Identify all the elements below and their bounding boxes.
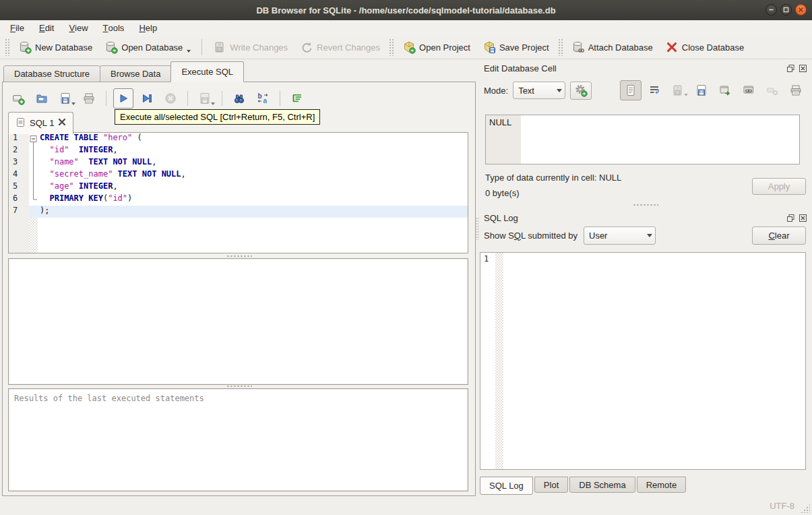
- code-token: ,: [152, 157, 156, 166]
- dropdown-caret-icon[interactable]: [684, 94, 688, 98]
- edit-cell-controls: Mode: Text: [484, 80, 807, 101]
- resize-grip[interactable]: [801, 504, 810, 513]
- clear-log-button[interactable]: Clear: [752, 226, 806, 245]
- cell-editor-content[interactable]: [521, 115, 799, 164]
- close-button[interactable]: [795, 4, 807, 16]
- log-line-number: 1: [480, 253, 495, 469]
- menu-tools[interactable]: Tools: [96, 20, 132, 36]
- editor-line-number: 1: [9, 133, 29, 145]
- open-project-button[interactable]: Open Project: [396, 38, 476, 57]
- editor-line[interactable]: PRIMARY KEY("id"): [38, 193, 468, 206]
- sql-log-view[interactable]: 1: [480, 252, 806, 470]
- dock-splitter-handle[interactable]: [633, 204, 658, 207]
- tab-browse-data[interactable]: Browse Data: [100, 65, 171, 82]
- editor-line[interactable]: CREATE TABLE "hero" (: [38, 133, 468, 145]
- find-replace-button[interactable]: ba: [253, 88, 273, 109]
- write-changes-button[interactable]: Write Changes: [207, 38, 294, 57]
- open-in-external-button[interactable]: [714, 80, 736, 100]
- code-token: "name": [49, 157, 78, 166]
- toolbar-button-label: Open Project: [419, 42, 470, 53]
- menu-file[interactable]: File: [3, 20, 32, 36]
- editor-line-numbers: 1234567: [9, 133, 29, 253]
- sql-file-tab[interactable]: SQL 1: [8, 112, 73, 134]
- open-database-button[interactable]: Open Database: [98, 38, 197, 57]
- code-token: ,: [113, 145, 117, 154]
- play-line-icon: [140, 92, 154, 105]
- stop-execution-button[interactable]: [160, 88, 181, 109]
- format-sql-button[interactable]: [287, 88, 307, 109]
- export-window-icon: [718, 84, 732, 97]
- close-tab-icon[interactable]: [58, 118, 66, 128]
- print-cell-button[interactable]: [785, 80, 807, 100]
- project-open-icon: [402, 40, 416, 54]
- save-project-button[interactable]: Save Project: [476, 38, 555, 57]
- encoding-indicator: UTF-8: [770, 501, 794, 511]
- fold-marker-start[interactable]: [29, 133, 38, 145]
- toolbar-drag-handle[interactable]: [558, 38, 563, 56]
- code-token: );: [40, 206, 49, 215]
- editor-fold-margin[interactable]: [29, 133, 38, 253]
- tab-execute-sql[interactable]: Execute SQL: [170, 61, 244, 82]
- menu-view[interactable]: View: [61, 20, 95, 36]
- execute-current-line-button[interactable]: [137, 88, 157, 109]
- submitter-select[interactable]: User: [584, 226, 656, 245]
- dropdown-caret-icon[interactable]: [71, 102, 75, 107]
- dock-tab-sql-log[interactable]: SQL Log: [480, 477, 533, 495]
- word-wrap-button[interactable]: [644, 80, 665, 100]
- maximize-button[interactable]: [780, 4, 792, 16]
- window-controls: [766, 4, 807, 16]
- auto-apply-button[interactable]: [570, 82, 592, 100]
- export-to-file-button[interactable]: [691, 80, 712, 100]
- save-results-button[interactable]: [195, 88, 215, 109]
- execute-all-button[interactable]: [113, 88, 133, 109]
- editor-line[interactable]: "secret_name" TEXT NOT NULL,: [38, 169, 468, 181]
- editor-line-number: 7: [9, 206, 29, 218]
- apply-button[interactable]: Apply: [752, 178, 806, 195]
- editor-line[interactable]: "age" INTEGER,: [38, 181, 468, 193]
- attach-database-button[interactable]: Attach Database: [565, 38, 659, 57]
- import-from-file-button[interactable]: [667, 80, 689, 100]
- editor-line[interactable]: "name" TEXT NOT NULL,: [38, 157, 468, 169]
- editor-line[interactable]: );: [38, 206, 468, 218]
- minimize-button[interactable]: [766, 4, 777, 16]
- code-token: "age": [49, 181, 73, 191]
- code-token: [74, 181, 79, 191]
- close-dock-icon[interactable]: [798, 213, 808, 222]
- set-null-button[interactable]: [761, 80, 783, 100]
- editor-text[interactable]: CREATE TABLE "hero" ( "id" INTEGER, "nam…: [38, 133, 468, 253]
- toolbar-drag-handle[interactable]: [389, 38, 394, 56]
- cell-editor[interactable]: NULL: [485, 115, 800, 164]
- menu-edit[interactable]: Edit: [32, 20, 61, 36]
- save-sql-file-button[interactable]: [55, 88, 75, 109]
- toolbar-drag-handle[interactable]: [5, 38, 9, 56]
- dock-tab-db-schema[interactable]: DB Schema: [569, 477, 635, 493]
- float-dock-icon[interactable]: [786, 63, 796, 73]
- fold-marker-end: [29, 193, 38, 206]
- menu-help[interactable]: Help: [131, 20, 164, 36]
- editor-line[interactable]: "id" INTEGER,: [38, 145, 468, 157]
- wrap-icon: [648, 84, 661, 97]
- mode-select[interactable]: Text: [513, 82, 565, 99]
- dock-tab-remote[interactable]: Remote: [637, 477, 687, 493]
- dropdown-caret-icon[interactable]: [187, 50, 191, 55]
- link-window-icon: [742, 84, 755, 97]
- dropdown-caret-icon[interactable]: [211, 102, 215, 107]
- find-button[interactable]: [229, 88, 249, 109]
- close-db-icon: [665, 40, 679, 54]
- dock-tab-plot[interactable]: Plot: [534, 477, 568, 493]
- open-sql-file-button[interactable]: [32, 88, 52, 109]
- new-database-button[interactable]: New Database: [12, 38, 98, 57]
- edit-cell-dock-header: Edit Database Cell: [484, 62, 808, 74]
- close-dock-icon[interactable]: [798, 63, 808, 73]
- open-sql-tab-button[interactable]: [8, 88, 28, 109]
- print-sql-button[interactable]: [79, 88, 99, 109]
- dock-resize-handle[interactable]: [474, 217, 478, 240]
- mode-text-button[interactable]: [620, 80, 642, 100]
- revert-changes-button[interactable]: Revert Changes: [294, 38, 386, 57]
- dock-tabbar: SQL LogPlotDB SchemaRemote: [480, 477, 687, 495]
- close-database-button[interactable]: Close Database: [659, 38, 751, 57]
- set-as-link-button[interactable]: [738, 80, 759, 100]
- tab-database-structure[interactable]: Database Structure: [3, 65, 100, 82]
- float-dock-icon[interactable]: [786, 213, 796, 222]
- sql-editor[interactable]: 1234567 CREATE TABLE "hero" ( "id" INTEG…: [8, 132, 468, 253]
